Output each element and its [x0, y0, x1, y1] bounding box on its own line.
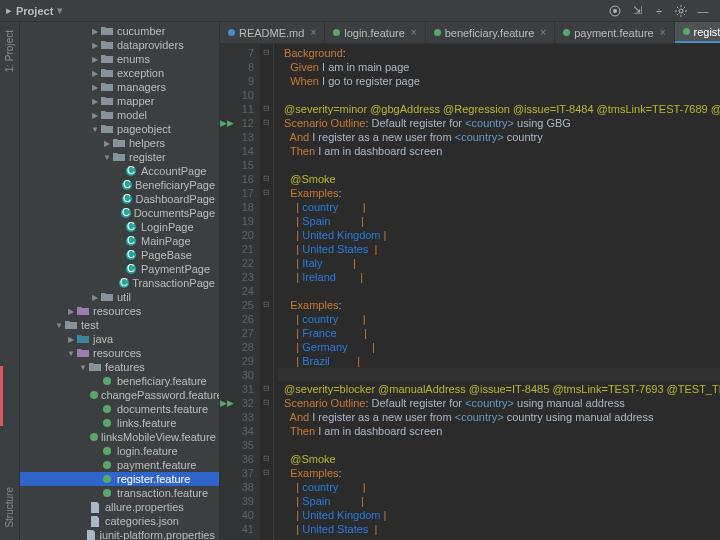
tree-item[interactable]: transaction.feature — [20, 486, 219, 500]
expand-arrow-icon[interactable]: ▼ — [102, 153, 112, 162]
fold-marker[interactable] — [260, 480, 273, 494]
fold-marker[interactable] — [260, 368, 273, 382]
fold-marker[interactable] — [260, 340, 273, 354]
tree-item[interactable]: ▶util — [20, 290, 219, 304]
hide-icon[interactable]: — — [695, 3, 711, 19]
code-line[interactable]: When I go to register page — [278, 74, 720, 88]
tree-item[interactable]: ▶enums — [20, 52, 219, 66]
code-line[interactable]: Given I am in main page — [278, 60, 720, 74]
code-line[interactable]: | United Kingdom | — [278, 228, 720, 242]
code-line[interactable]: | France | — [278, 326, 720, 340]
fold-marker[interactable] — [260, 144, 273, 158]
tree-item[interactable]: register.feature — [20, 472, 219, 486]
code-line[interactable] — [278, 368, 720, 382]
expand-arrow-icon[interactable]: ▶ — [90, 55, 100, 64]
tree-item[interactable]: CDashboardPage — [20, 192, 219, 206]
code-line[interactable]: @Smoke — [278, 452, 720, 466]
code-line[interactable]: Examples: — [278, 298, 720, 312]
code-line[interactable]: Scenario Outline: Default register for <… — [278, 396, 720, 410]
tree-item[interactable]: beneficiary.feature — [20, 374, 219, 388]
tree-item[interactable]: ▶mapper — [20, 94, 219, 108]
tree-item[interactable]: ▶model — [20, 108, 219, 122]
collapse-icon[interactable]: ÷ — [651, 3, 667, 19]
fold-marker[interactable]: ⊟ — [260, 186, 273, 200]
fold-marker[interactable] — [260, 312, 273, 326]
code-line[interactable]: | Brazil | — [278, 354, 720, 368]
fold-marker[interactable] — [260, 256, 273, 270]
run-gutter-icon[interactable]: ▶▶ — [220, 396, 234, 410]
code-line[interactable] — [278, 88, 720, 102]
tree-item[interactable]: changePassword.feature — [20, 388, 219, 402]
code-line[interactable] — [278, 284, 720, 298]
tree-item[interactable]: links.feature — [20, 416, 219, 430]
code-line[interactable]: | country | — [278, 312, 720, 326]
fold-marker[interactable] — [260, 284, 273, 298]
expand-arrow-icon[interactable]: ▶ — [90, 27, 100, 36]
editor-tab[interactable]: README.md× — [220, 22, 325, 43]
tree-item[interactable]: ▶managers — [20, 80, 219, 94]
expand-arrow-icon[interactable]: ▶ — [102, 139, 112, 148]
code-line[interactable]: Background: — [278, 46, 720, 60]
fold-marker[interactable] — [260, 424, 273, 438]
editor-tab[interactable]: payment.feature× — [555, 22, 674, 43]
code-line[interactable]: | Germany | — [278, 340, 720, 354]
code-area[interactable]: Background: Given I am in main page When… — [274, 44, 720, 540]
expand-arrow-icon[interactable]: ▶ — [90, 41, 100, 50]
tree-item[interactable]: ▶exception — [20, 66, 219, 80]
code-line[interactable]: @severity=minor @gbgAddress @Regression … — [278, 102, 720, 116]
tree-item[interactable]: ▼test — [20, 318, 219, 332]
code-line[interactable]: @Smoke — [278, 172, 720, 186]
tree-item[interactable]: CBeneficiaryPage — [20, 178, 219, 192]
tree-item[interactable]: ▶helpers — [20, 136, 219, 150]
tree-item[interactable]: CDocumentsPage — [20, 206, 219, 220]
rail-structure[interactable]: Structure — [4, 483, 15, 532]
fold-marker[interactable] — [260, 158, 273, 172]
fold-marker[interactable] — [260, 270, 273, 284]
code-line[interactable]: | United States | — [278, 242, 720, 256]
code-line[interactable]: | Italy | — [278, 256, 720, 270]
code-line[interactable]: @severity=blocker @manualAddress @issue=… — [278, 382, 720, 396]
fold-marker[interactable] — [260, 508, 273, 522]
code-line[interactable]: And I register as a new user from <count… — [278, 410, 720, 424]
fold-marker[interactable]: ⊟ — [260, 396, 273, 410]
tree-item[interactable]: linksMobileView.feature — [20, 430, 219, 444]
rail-project[interactable]: 1: Project — [4, 26, 15, 76]
expand-arrow-icon[interactable]: ▶ — [90, 97, 100, 106]
tree-item[interactable]: junit-platform.properties — [20, 528, 219, 540]
fold-marker[interactable] — [260, 228, 273, 242]
fold-marker[interactable]: ⊟ — [260, 46, 273, 60]
project-tree[interactable]: ▶cucumber▶dataproviders▶enums▶exception▶… — [20, 22, 220, 540]
tree-item[interactable]: documents.feature — [20, 402, 219, 416]
expand-arrow-icon[interactable]: ▼ — [90, 125, 100, 134]
code-line[interactable] — [278, 438, 720, 452]
fold-marker[interactable]: ⊟ — [260, 298, 273, 312]
tree-item[interactable]: ▶java — [20, 332, 219, 346]
fold-marker[interactable] — [260, 200, 273, 214]
tree-item[interactable]: ▶cucumber — [20, 24, 219, 38]
code-line[interactable]: And I register as a new user from <count… — [278, 130, 720, 144]
tree-item[interactable]: ▼features — [20, 360, 219, 374]
expand-icon[interactable]: ⇲ — [629, 3, 645, 19]
editor-tab[interactable]: beneficiary.feature× — [426, 22, 556, 43]
fold-marker[interactable] — [260, 494, 273, 508]
tree-item[interactable]: ▶dataproviders — [20, 38, 219, 52]
expand-arrow-icon[interactable]: ▼ — [54, 321, 64, 330]
fold-marker[interactable]: ⊟ — [260, 382, 273, 396]
code-line[interactable]: | Spain | — [278, 494, 720, 508]
editor-tab[interactable]: register.feature× — [675, 22, 720, 43]
code-line[interactable]: Scenario Outline: Default register for <… — [278, 116, 720, 130]
tree-item[interactable]: CMainPage — [20, 234, 219, 248]
tree-item[interactable]: login.feature — [20, 444, 219, 458]
code-line[interactable]: Examples: — [278, 186, 720, 200]
fold-marker[interactable] — [260, 214, 273, 228]
code-line[interactable]: Examples: — [278, 466, 720, 480]
tree-item[interactable]: ▼resources — [20, 346, 219, 360]
close-icon[interactable]: × — [310, 27, 316, 38]
tree-item[interactable]: categories.json — [20, 514, 219, 528]
fold-marker[interactable] — [260, 354, 273, 368]
code-line[interactable]: | United Kingdom | — [278, 508, 720, 522]
expand-arrow-icon[interactable]: ▶ — [90, 293, 100, 302]
expand-arrow-icon[interactable]: ▶ — [66, 307, 76, 316]
fold-marker[interactable]: ⊟ — [260, 102, 273, 116]
expand-arrow-icon[interactable]: ▶ — [66, 335, 76, 344]
